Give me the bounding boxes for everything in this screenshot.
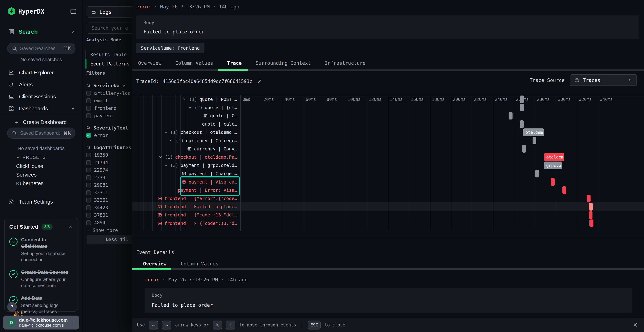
details-tab-overview[interactable]: Overview: [143, 261, 166, 266]
span-bar-chip[interactable]: oteldem: [544, 153, 564, 161]
span-bar[interactable]: [520, 104, 524, 111]
span-row[interactable]: (2)quote | {cl…: [132, 104, 240, 112]
j-key[interactable]: j: [226, 320, 235, 330]
sidebar-item-search[interactable]: Search: [0, 27, 82, 37]
tab-infrastructure[interactable]: Infrastructure: [325, 60, 366, 66]
checkbox[interactable]: [86, 114, 91, 118]
preset-dashboard-kubernetes[interactable]: Kubernetes: [16, 179, 77, 188]
span-bar-chip[interactable]: grpc.o: [544, 162, 562, 170]
filter-value-row[interactable]: 21734: [86, 159, 132, 166]
span-bar-chip[interactable]: oteldem: [523, 128, 544, 136]
sidebar-item-alerts[interactable]: Alerts: [0, 78, 82, 90]
span-row[interactable]: (1)currency | Currenc…: [132, 136, 240, 145]
show-more-toggle[interactable]: Show more: [86, 226, 132, 234]
checkbox[interactable]: [86, 133, 91, 138]
help-button[interactable]: ?: [7, 302, 17, 312]
saved-searches-input[interactable]: Saved Searches ⌘K: [7, 43, 76, 54]
filter-value-row[interactable]: 19350: [86, 151, 132, 159]
service-name-chip[interactable]: ServiceName: frontend: [136, 43, 204, 53]
collapse-sidebar-icon[interactable]: [70, 8, 77, 15]
span-row[interactable]: frontend | Failed to place…: [132, 203, 240, 211]
get-started-item[interactable]: Create Data SourcesConfigure where your …: [9, 269, 73, 288]
checkbox[interactable]: [86, 190, 91, 195]
span-bar[interactable]: [520, 96, 524, 103]
saved-dashboards-input[interactable]: Saved Dashboards ⌘K: [7, 128, 76, 139]
preset-dashboard-services[interactable]: Services: [16, 170, 77, 179]
source-select-button[interactable]: Logs: [86, 6, 132, 18]
filter-value-row[interactable]: 4894: [86, 219, 132, 226]
event-search-input[interactable]: Search your e: [86, 22, 132, 34]
tab-trace[interactable]: Trace: [227, 60, 242, 66]
checkbox[interactable]: [86, 153, 91, 158]
filter-value-row[interactable]: 22974: [86, 166, 132, 174]
checkbox[interactable]: [86, 183, 91, 188]
span-row[interactable]: quote | calc…: [132, 120, 240, 128]
span-row[interactable]: frontend | × {"code":13,"d…: [132, 219, 240, 227]
span-row[interactable]: currency | Conv…: [132, 145, 240, 153]
checkbox[interactable]: [86, 91, 91, 96]
span-bar[interactable]: [589, 211, 592, 219]
span-row[interactable]: quote | C…: [132, 112, 240, 120]
arrow-left-key[interactable]: ←: [149, 320, 158, 330]
checkbox[interactable]: [86, 160, 91, 165]
span-bar[interactable]: [535, 170, 539, 178]
tab-overview[interactable]: Overview: [138, 60, 161, 66]
checkbox[interactable]: [86, 98, 91, 103]
sidebar-item-chart-explorer[interactable]: Chart Explorer: [0, 66, 82, 78]
span-row[interactable]: (1)quote | POST …: [132, 95, 240, 104]
filter-value-row[interactable]: error: [86, 132, 132, 139]
esc-key[interactable]: ESC: [308, 320, 320, 330]
filter-value-row[interactable]: 2333: [86, 174, 132, 182]
edit-trace-id-icon[interactable]: [256, 79, 262, 84]
preset-dashboard-clickhouse[interactable]: ClickHouse: [16, 162, 77, 170]
span-bar[interactable]: [522, 145, 526, 152]
create-dashboard-button[interactable]: + Create Dashboard: [0, 116, 82, 128]
checkbox[interactable]: [86, 175, 91, 180]
less-filters-button[interactable]: Less fil: [86, 235, 132, 244]
tab-column-values[interactable]: Column Values: [175, 60, 213, 66]
analysis-mode-event-patterns[interactable]: Event Patterns: [86, 59, 132, 68]
get-started-item[interactable]: Connect to ClickHouseSet up your databas…: [9, 236, 73, 262]
close-icon[interactable]: ×: [633, 320, 638, 329]
analysis-mode-results-table[interactable]: Results Table: [86, 50, 132, 59]
filter-value-row[interactable]: email: [86, 97, 132, 104]
span-bar[interactable]: [590, 220, 593, 227]
user-account-button[interactable]: D dale@clickhouse.com dale@clickhouse.co…: [3, 316, 79, 330]
checkbox[interactable]: [86, 213, 91, 218]
filter-value-row[interactable]: 37801: [86, 212, 132, 219]
trace-source-select[interactable]: Traces: [570, 74, 637, 86]
checkbox[interactable]: [86, 198, 91, 202]
chevron-up-icon[interactable]: [71, 29, 76, 35]
filter-value-row[interactable]: artillery-loa: [86, 90, 132, 97]
tab-surrounding-context[interactable]: Surrounding Context: [256, 60, 311, 66]
span-bar[interactable]: [551, 178, 555, 186]
span-bar[interactable]: [586, 194, 590, 202]
span-bar[interactable]: [589, 203, 593, 210]
filter-value-row[interactable]: 33261: [86, 196, 132, 204]
checkbox[interactable]: [86, 220, 91, 225]
k-key[interactable]: k: [213, 320, 222, 330]
sidebar-item-client-sessions[interactable]: Client Sessions: [0, 90, 82, 102]
span-row[interactable]: frontend | {"code":13,"det…: [132, 211, 240, 219]
span-bar[interactable]: [520, 120, 524, 128]
sidebar-item-team-settings[interactable]: Team Settings: [0, 197, 82, 207]
chevron-up-icon[interactable]: [68, 224, 73, 229]
details-tab-column-values[interactable]: Column Values: [181, 261, 218, 266]
span-row[interactable]: (1)checkout | oteldemo.…: [132, 128, 240, 136]
checkbox[interactable]: [86, 168, 91, 172]
arrow-right-key[interactable]: →: [162, 320, 171, 330]
sidebar-item-dashboards[interactable]: Dashboards: [0, 102, 82, 114]
span-bar[interactable]: [562, 186, 566, 194]
filter-value-row[interactable]: frontend: [86, 104, 132, 112]
filter-value-row[interactable]: payment: [86, 112, 132, 120]
span-bar[interactable]: [508, 112, 512, 120]
checkbox[interactable]: [86, 106, 91, 110]
checkbox[interactable]: [86, 205, 91, 210]
span-bar[interactable]: [532, 137, 536, 144]
filter-value-row[interactable]: 29081: [86, 182, 132, 189]
filter-value-row[interactable]: 34423: [86, 204, 132, 212]
span-row[interactable]: (3)payment | grpc.oteld…: [132, 161, 240, 170]
presets-toggle[interactable]: PRESETS: [16, 155, 46, 160]
span-row[interactable]: (1)checkout | oteldemo.Pa…: [132, 153, 240, 161]
filter-value-row[interactable]: 32311: [86, 189, 132, 196]
